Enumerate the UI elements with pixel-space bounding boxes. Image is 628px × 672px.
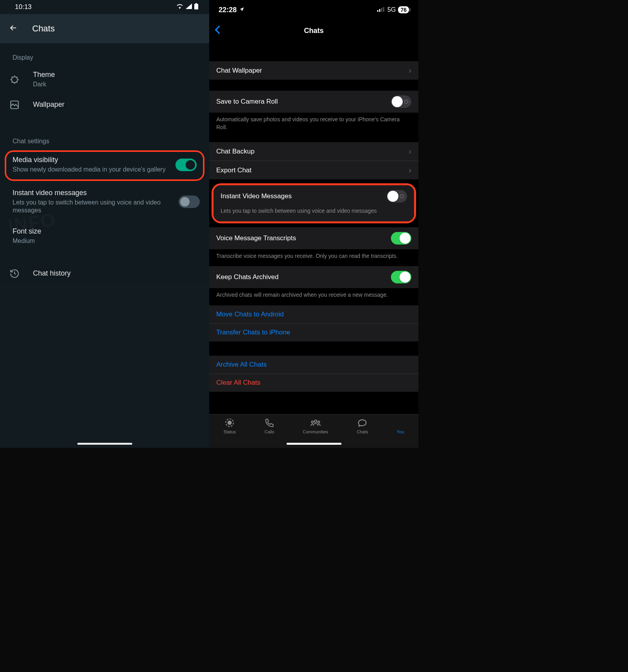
tab-calls[interactable]: Calls [265,418,274,434]
ios-back-button[interactable] [215,24,220,37]
network-label: 5G [387,6,396,13]
save-camera-roll-toggle[interactable] [391,95,411,108]
export-chat-label: Export Chat [216,166,409,174]
voice-transcripts-row[interactable]: Voice Message Transcripts [209,227,418,249]
media-visibility-desc: Show newly downloaded media in your devi… [13,166,175,174]
chat-history-label: Chat history [33,269,71,278]
svg-point-11 [311,421,313,423]
clear-all-label: Clear All Chats [216,379,411,387]
android-status-bar: 10:13 [0,0,209,14]
archive-all-label: Archive All Chats [216,361,411,369]
ios-status-time: 22:28 [219,6,237,14]
ios-instant-video-label: Instant Video Messages [221,192,387,200]
location-icon [239,6,245,14]
chevron-right-icon: › [409,147,411,156]
svg-rect-6 [381,8,382,12]
tab-calls-label: Calls [265,429,274,434]
theme-label: Theme [33,71,55,79]
ios-header: Chats [209,20,418,42]
history-icon [9,268,20,279]
tab-you-label: You [397,429,404,434]
instant-video-highlight: Instant Video Messages Lets you tap to s… [212,183,416,223]
phone-icon [265,418,274,428]
svg-rect-0 [195,3,197,4]
chat-wallpaper-row[interactable]: Chat Wallpaper › [209,61,418,80]
keep-archived-toggle[interactable] [391,271,411,283]
tab-you[interactable]: · You [397,418,404,434]
move-android-row[interactable]: Move Chats to Android [209,305,418,323]
battery-level: 76 [398,6,409,13]
signal-icon [186,3,192,11]
chat-backup-row[interactable]: Chat Backup › [209,142,418,161]
android-screen: 10:13 Chats Display Theme Dark [0,0,209,448]
svg-rect-5 [379,9,380,12]
tab-chats-label: Chats [357,429,368,434]
android-status-time: 10:13 [15,3,32,11]
svg-point-12 [318,421,319,423]
chat-wallpaper-label: Chat Wallpaper [216,67,409,75]
theme-row[interactable]: Theme Dark [0,65,209,94]
media-visibility-label: Media visibility [13,156,175,164]
svg-point-10 [314,420,317,422]
svg-rect-1 [194,4,198,9]
tab-communities-label: Communities [303,429,328,434]
android-instant-video-label: Instant video messages [13,189,171,197]
ios-content: Chat Wallpaper › Save to Camera Roll Aut… [209,42,418,414]
clear-all-row[interactable]: Clear All Chats [209,374,418,392]
wallpaper-label: Wallpaper [33,100,64,109]
archive-all-row[interactable]: Archive All Chats [209,356,418,374]
ios-tab-bar: Status Calls Communities Chats · You [209,414,418,448]
battery-icon [194,3,198,11]
ios-instant-video-row[interactable]: Instant Video Messages [214,185,414,207]
android-instant-video-toggle[interactable] [179,195,200,208]
chat-backup-label: Chat Backup [216,148,409,155]
theme-icon [9,75,20,85]
keep-archived-desc: Archived chats will remain archived when… [209,288,418,305]
font-size-row[interactable]: Font size Medium [13,221,200,252]
android-status-icons [176,3,198,11]
communities-icon [310,418,321,428]
chats-icon [357,418,367,428]
font-size-value: Medium [13,237,200,245]
voice-transcripts-toggle[interactable] [391,232,411,245]
section-chat-settings-header: Chat settings [0,127,209,149]
svg-rect-4 [377,10,378,12]
ios-instant-video-toggle[interactable] [387,190,407,203]
tab-communities[interactable]: Communities [303,418,328,434]
media-visibility-toggle[interactable] [175,159,197,171]
android-content: Display Theme Dark Wallpaper Chat settin… [0,43,209,284]
back-icon[interactable] [9,23,18,34]
keep-archived-label: Keep Chats Archived [216,273,391,281]
font-size-label: Font size [13,227,200,236]
wallpaper-icon [9,100,20,110]
transfer-iphone-label: Transfer Chats to iPhone [216,329,411,336]
ios-status-bar: 22:28 5G 76 [209,0,418,20]
tab-status[interactable]: Status [224,418,236,434]
transfer-iphone-row[interactable]: Transfer Chats to iPhone [209,323,418,341]
save-camera-roll-row[interactable]: Save to Camera Roll [209,91,418,113]
ios-screen: 22:28 5G 76 Chats Chat Wallpaper › [209,0,418,448]
ios-header-title: Chats [304,27,323,35]
export-chat-row[interactable]: Export Chat › [209,161,418,179]
chevron-right-icon: › [409,166,411,175]
android-header: Chats [0,14,209,43]
tab-chats[interactable]: Chats [357,418,368,434]
move-android-label: Move Chats to Android [216,310,411,318]
instant-video-row[interactable]: Instant video messages Lets you tap to s… [13,183,200,221]
save-camera-roll-desc: Automatically save photos and videos you… [209,113,418,137]
android-instant-video-desc: Lets you tap to switch between using voi… [13,199,171,215]
wallpaper-row[interactable]: Wallpaper [0,94,209,115]
android-home-indicator[interactable] [77,443,132,445]
ios-home-indicator[interactable] [287,443,341,445]
chat-history-row[interactable]: Chat history [0,263,209,284]
cellular-icon [377,6,385,13]
keep-archived-row[interactable]: Keep Chats Archived [209,266,418,288]
tab-status-label: Status [224,429,236,434]
svg-point-2 [11,77,17,82]
save-camera-roll-label: Save to Camera Roll [216,98,391,106]
media-visibility-highlight: Media visibility Show newly downloaded m… [5,150,204,181]
voice-transcripts-label: Voice Message Transcripts [216,234,391,242]
status-icon [225,418,235,428]
chevron-right-icon: › [409,66,411,75]
voice-transcripts-desc: Transcribe voice messages you receive. O… [209,249,418,267]
